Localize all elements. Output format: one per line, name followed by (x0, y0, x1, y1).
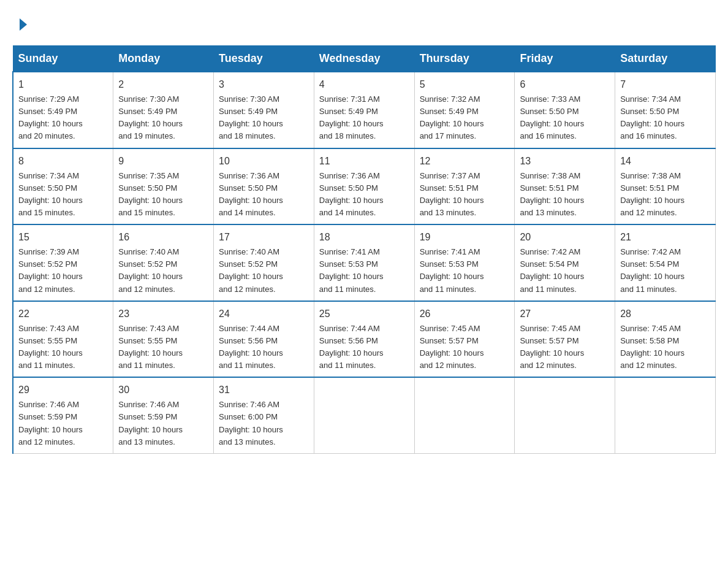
day-info: Sunrise: 7:30 AMSunset: 5:49 PMDaylight:… (219, 93, 309, 143)
day-number: 13 (520, 154, 610, 169)
day-info: Sunrise: 7:38 AMSunset: 5:51 PMDaylight:… (620, 170, 710, 220)
calendar-cell: 24Sunrise: 7:44 AMSunset: 5:56 PMDayligh… (214, 301, 314, 378)
day-info: Sunrise: 7:40 AMSunset: 5:52 PMDaylight:… (118, 246, 208, 296)
day-number: 21 (620, 230, 710, 245)
calendar-cell: 17Sunrise: 7:40 AMSunset: 5:52 PMDayligh… (214, 224, 314, 301)
week-row-2: 8Sunrise: 7:34 AMSunset: 5:50 PMDaylight… (13, 148, 716, 225)
calendar-cell: 4Sunrise: 7:31 AMSunset: 5:49 PMDaylight… (314, 72, 414, 148)
header (12, 12, 716, 33)
day-info: Sunrise: 7:46 AMSunset: 6:00 PMDaylight:… (219, 399, 309, 448)
calendar-cell: 16Sunrise: 7:40 AMSunset: 5:52 PMDayligh… (113, 224, 214, 301)
calendar-cell (615, 377, 716, 453)
day-number: 25 (319, 307, 409, 321)
weekday-header-tuesday: Tuesday (214, 46, 314, 72)
day-info: Sunrise: 7:43 AMSunset: 5:55 PMDaylight:… (18, 323, 108, 372)
week-row-1: 1Sunrise: 7:29 AMSunset: 5:49 PMDaylight… (13, 72, 716, 148)
weekday-header-thursday: Thursday (414, 46, 515, 72)
day-number: 2 (118, 77, 208, 92)
calendar-cell: 1Sunrise: 7:29 AMSunset: 5:49 PMDaylight… (13, 72, 113, 148)
day-info: Sunrise: 7:41 AMSunset: 5:53 PMDaylight:… (319, 246, 409, 296)
calendar-cell: 25Sunrise: 7:44 AMSunset: 5:56 PMDayligh… (314, 301, 414, 378)
day-number: 12 (420, 154, 510, 169)
week-row-5: 29Sunrise: 7:46 AMSunset: 5:59 PMDayligh… (13, 377, 716, 453)
day-number: 17 (219, 230, 309, 245)
weekday-header-sunday: Sunday (13, 46, 113, 72)
day-number: 27 (520, 307, 610, 321)
calendar-table: SundayMondayTuesdayWednesdayThursdayFrid… (12, 45, 716, 454)
calendar-cell: 2Sunrise: 7:30 AMSunset: 5:49 PMDaylight… (113, 72, 214, 148)
calendar-cell: 28Sunrise: 7:45 AMSunset: 5:58 PMDayligh… (615, 301, 716, 378)
day-number: 18 (319, 230, 409, 245)
day-info: Sunrise: 7:40 AMSunset: 5:52 PMDaylight:… (219, 246, 309, 296)
day-info: Sunrise: 7:38 AMSunset: 5:51 PMDaylight:… (520, 170, 610, 220)
day-number: 29 (18, 383, 108, 397)
day-info: Sunrise: 7:46 AMSunset: 5:59 PMDaylight:… (18, 399, 108, 448)
day-info: Sunrise: 7:34 AMSunset: 5:50 PMDaylight:… (18, 170, 108, 220)
weekday-header-monday: Monday (113, 46, 214, 72)
calendar-cell: 21Sunrise: 7:42 AMSunset: 5:54 PMDayligh… (615, 224, 716, 301)
weekday-header-saturday: Saturday (615, 46, 716, 72)
calendar-cell (414, 377, 515, 453)
day-info: Sunrise: 7:32 AMSunset: 5:49 PMDaylight:… (420, 93, 510, 143)
calendar-cell: 13Sunrise: 7:38 AMSunset: 5:51 PMDayligh… (515, 148, 615, 225)
day-number: 28 (620, 307, 710, 321)
day-info: Sunrise: 7:45 AMSunset: 5:57 PMDaylight:… (420, 323, 510, 372)
day-number: 26 (420, 307, 510, 321)
day-info: Sunrise: 7:39 AMSunset: 5:52 PMDaylight:… (18, 246, 108, 296)
day-number: 5 (420, 77, 510, 92)
day-number: 30 (118, 383, 208, 397)
day-number: 23 (118, 307, 208, 321)
calendar-cell: 5Sunrise: 7:32 AMSunset: 5:49 PMDaylight… (414, 72, 515, 148)
calendar-cell (515, 377, 615, 453)
calendar-cell: 29Sunrise: 7:46 AMSunset: 5:59 PMDayligh… (13, 377, 113, 453)
calendar-cell: 18Sunrise: 7:41 AMSunset: 5:53 PMDayligh… (314, 224, 414, 301)
day-number: 15 (18, 230, 108, 245)
day-number: 7 (620, 77, 710, 92)
calendar-cell: 6Sunrise: 7:33 AMSunset: 5:50 PMDaylight… (515, 72, 615, 148)
day-number: 4 (319, 77, 409, 92)
day-info: Sunrise: 7:44 AMSunset: 5:56 PMDaylight:… (319, 323, 409, 372)
logo (18, 18, 28, 27)
day-info: Sunrise: 7:46 AMSunset: 5:59 PMDaylight:… (118, 399, 208, 448)
day-info: Sunrise: 7:29 AMSunset: 5:49 PMDaylight:… (18, 93, 108, 143)
day-info: Sunrise: 7:30 AMSunset: 5:49 PMDaylight:… (118, 93, 208, 143)
calendar-cell: 11Sunrise: 7:36 AMSunset: 5:50 PMDayligh… (314, 148, 414, 225)
calendar-cell: 9Sunrise: 7:35 AMSunset: 5:50 PMDaylight… (113, 148, 214, 225)
day-number: 1 (18, 77, 108, 92)
day-info: Sunrise: 7:31 AMSunset: 5:49 PMDaylight:… (319, 93, 409, 143)
calendar-cell: 15Sunrise: 7:39 AMSunset: 5:52 PMDayligh… (13, 224, 113, 301)
weekday-header-wednesday: Wednesday (314, 46, 414, 72)
day-info: Sunrise: 7:44 AMSunset: 5:56 PMDaylight:… (219, 323, 309, 372)
day-number: 11 (319, 154, 409, 169)
calendar-cell: 27Sunrise: 7:45 AMSunset: 5:57 PMDayligh… (515, 301, 615, 378)
calendar-cell: 20Sunrise: 7:42 AMSunset: 5:54 PMDayligh… (515, 224, 615, 301)
day-number: 3 (219, 77, 309, 92)
day-number: 14 (620, 154, 710, 169)
calendar-cell: 23Sunrise: 7:43 AMSunset: 5:55 PMDayligh… (113, 301, 214, 378)
day-number: 6 (520, 77, 610, 92)
day-number: 8 (18, 154, 108, 169)
day-number: 24 (219, 307, 309, 321)
day-number: 9 (118, 154, 208, 169)
calendar-cell: 30Sunrise: 7:46 AMSunset: 5:59 PMDayligh… (113, 377, 214, 453)
calendar-cell: 7Sunrise: 7:34 AMSunset: 5:50 PMDaylight… (615, 72, 716, 148)
day-info: Sunrise: 7:36 AMSunset: 5:50 PMDaylight:… (319, 170, 409, 220)
logo-triangle-icon (20, 18, 27, 31)
day-info: Sunrise: 7:35 AMSunset: 5:50 PMDaylight:… (118, 170, 208, 220)
day-info: Sunrise: 7:43 AMSunset: 5:55 PMDaylight:… (118, 323, 208, 372)
day-info: Sunrise: 7:41 AMSunset: 5:53 PMDaylight:… (420, 246, 510, 296)
day-number: 22 (18, 307, 108, 321)
calendar-cell: 14Sunrise: 7:38 AMSunset: 5:51 PMDayligh… (615, 148, 716, 225)
calendar-cell: 10Sunrise: 7:36 AMSunset: 5:50 PMDayligh… (214, 148, 314, 225)
day-info: Sunrise: 7:42 AMSunset: 5:54 PMDaylight:… (520, 246, 610, 296)
logo-text (18, 18, 28, 31)
calendar-cell: 3Sunrise: 7:30 AMSunset: 5:49 PMDaylight… (214, 72, 314, 148)
day-number: 16 (118, 230, 208, 245)
calendar-cell: 22Sunrise: 7:43 AMSunset: 5:55 PMDayligh… (13, 301, 113, 378)
weekday-header-row: SundayMondayTuesdayWednesdayThursdayFrid… (13, 46, 716, 72)
week-row-3: 15Sunrise: 7:39 AMSunset: 5:52 PMDayligh… (13, 224, 716, 301)
day-info: Sunrise: 7:45 AMSunset: 5:57 PMDaylight:… (520, 323, 610, 372)
day-info: Sunrise: 7:42 AMSunset: 5:54 PMDaylight:… (620, 246, 710, 296)
day-number: 31 (219, 383, 309, 397)
day-number: 20 (520, 230, 610, 245)
